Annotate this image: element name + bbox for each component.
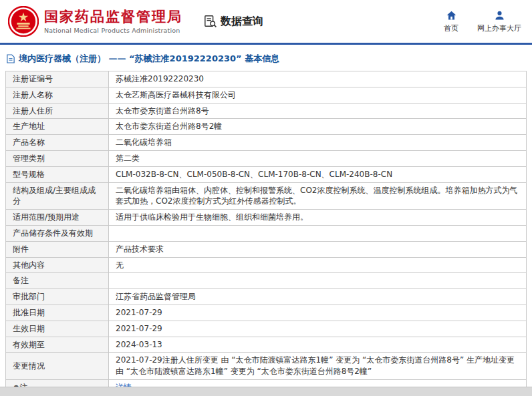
row-value: 江苏省药品监督管理局 xyxy=(109,289,527,305)
agency-title-block: 国家药品监督管理局 National Medical Products Admi… xyxy=(44,9,182,33)
row-label: 注册人住所 xyxy=(6,103,109,119)
row-label: 结构及组成/主要组成成分 xyxy=(6,182,109,210)
agency-name: 国家药品监督管理局 xyxy=(44,9,182,25)
table-row-approval-date: 批准日期2021-07-29 xyxy=(6,305,527,321)
row-value xyxy=(109,225,527,241)
nav-home-label: 首页 xyxy=(444,23,458,33)
row-label: 生效日期 xyxy=(6,321,109,337)
row-value: 二氧化碳培养箱 xyxy=(109,135,527,151)
table-row-production-address: 生产地址太仓市娄东街道台州路8号2幢 xyxy=(6,119,527,135)
national-emblem-logo xyxy=(8,6,39,37)
agency-name-en: National Medical Products Administration xyxy=(44,27,182,34)
header-nav: 首页 网上办事大厅 xyxy=(444,10,521,33)
table-row-registrant-name: 注册人名称太仓艺斯高医疗器械科技有限公司 xyxy=(6,87,527,103)
header: 国家药品监督管理局 National Medical Products Admi… xyxy=(0,0,532,43)
footer-strip xyxy=(0,387,532,396)
page-title: 境内医疗器械（注册） —— “苏械注准20192220230” 基本信息 xyxy=(0,45,532,71)
row-label: 管理类别 xyxy=(6,150,109,166)
row-value: 第二类 xyxy=(109,150,527,166)
data-query-label: 数据查询 xyxy=(221,15,263,29)
row-label: 产品储存条件及有效期 xyxy=(6,225,109,241)
table-row-structure-composition: 结构及组成/主要组成成分二氧化碳培养箱由箱体、内腔体、控制和报警系统、CO2浓度… xyxy=(6,182,527,210)
row-value: 太仓艺斯高医疗器械科技有限公司 xyxy=(109,87,527,103)
row-value: 二氧化碳培养箱由箱体、内腔体、控制和报警系统、CO2浓度控制系统、温度控制系统组… xyxy=(109,182,527,210)
row-value: 2024-03-13 xyxy=(109,337,527,353)
row-value: 太仓市娄东街道台州路8号 xyxy=(109,103,527,119)
row-label: 变更情况 xyxy=(6,353,109,380)
table-row-expiry-date: 有效期至2024-03-13 xyxy=(6,337,527,353)
row-value: 产品技术要求 xyxy=(109,241,527,257)
table-row-other-content: 其他内容无 xyxy=(6,257,527,273)
row-label: 批准日期 xyxy=(6,305,109,321)
data-query-title: 数据查询 xyxy=(204,15,263,29)
table-row-change-history: 变更情况2021-07-29注册人住所变更 由 “太仓市陆渡镇富达路东1幢” 变… xyxy=(6,353,527,380)
document-search-icon xyxy=(204,15,217,28)
page-title-text: 境内医疗器械（注册） —— “苏械注准20192220230” 基本信息 xyxy=(19,53,279,65)
row-label: 附件 xyxy=(6,241,109,257)
row-label: 其他内容 xyxy=(6,257,109,273)
table-row-attachment: 附件产品技术要求 xyxy=(6,241,527,257)
row-value: 2021-07-29 xyxy=(109,305,527,321)
table-row-storage-validity: 产品储存条件及有效期 xyxy=(6,225,527,241)
nav-online-hall[interactable]: 网上办事大厅 xyxy=(477,10,521,33)
row-label: 审批部门 xyxy=(6,289,109,305)
row-value: 太仓市娄东街道台州路8号2幢 xyxy=(109,119,527,135)
row-label: 适用范围/预期用途 xyxy=(6,210,109,226)
row-value: 无 xyxy=(109,257,527,273)
table-row-approval-department: 审批部门江苏省药品监督管理局 xyxy=(6,289,527,305)
nav-online-hall-label: 网上办事大厅 xyxy=(477,23,521,33)
person-icon xyxy=(494,10,505,21)
table-row-registrant-address: 注册人住所太仓市娄东街道台州路8号 xyxy=(6,103,527,119)
row-label: 注册人名称 xyxy=(6,87,109,103)
row-value: 2021-07-29 xyxy=(109,321,527,337)
table-row-intended-use: 适用范围/预期用途适用于供临床检验用于生物细胞、组织和细菌培养用。 xyxy=(6,210,527,226)
row-label: 产品名称 xyxy=(6,135,109,151)
row-label: 生产地址 xyxy=(6,119,109,135)
row-value: CLM-032B-8-CN、CLM-050B-8-CN、CLM-170B-8-C… xyxy=(109,166,527,182)
table-row-remarks: 备注 xyxy=(6,273,527,289)
document-icon xyxy=(7,54,15,63)
row-label: 有效期至 xyxy=(6,337,109,353)
row-value: 适用于供临床检验用于生物细胞、组织和细菌培养用。 xyxy=(109,210,527,226)
row-value xyxy=(109,273,527,289)
row-label: 注册证编号 xyxy=(6,71,109,87)
nav-home[interactable]: 首页 xyxy=(444,10,458,33)
row-value: 2021-07-29注册人住所变更 由 “太仓市陆渡镇富达路东1幢” 变更为 “… xyxy=(109,353,527,380)
table-row-effective-date: 生效日期2021-07-29 xyxy=(6,321,527,337)
table-row-model-spec: 型号规格CLM-032B-8-CN、CLM-050B-8-CN、CLM-170B… xyxy=(6,166,527,182)
row-label: 备注 xyxy=(6,273,109,289)
table-row-product-name: 产品名称二氧化碳培养箱 xyxy=(6,135,527,151)
home-icon xyxy=(446,10,457,21)
row-label: 型号规格 xyxy=(6,166,109,182)
table-row-cert-no: 注册证编号苏械注准20192220230 xyxy=(6,71,527,87)
table-row-management-class: 管理类别第二类 xyxy=(6,150,527,166)
registration-info-table: 注册证编号苏械注准20192220230 注册人名称太仓艺斯高医疗器械科技有限公… xyxy=(5,71,527,396)
row-value: 苏械注准20192220230 xyxy=(109,71,527,87)
